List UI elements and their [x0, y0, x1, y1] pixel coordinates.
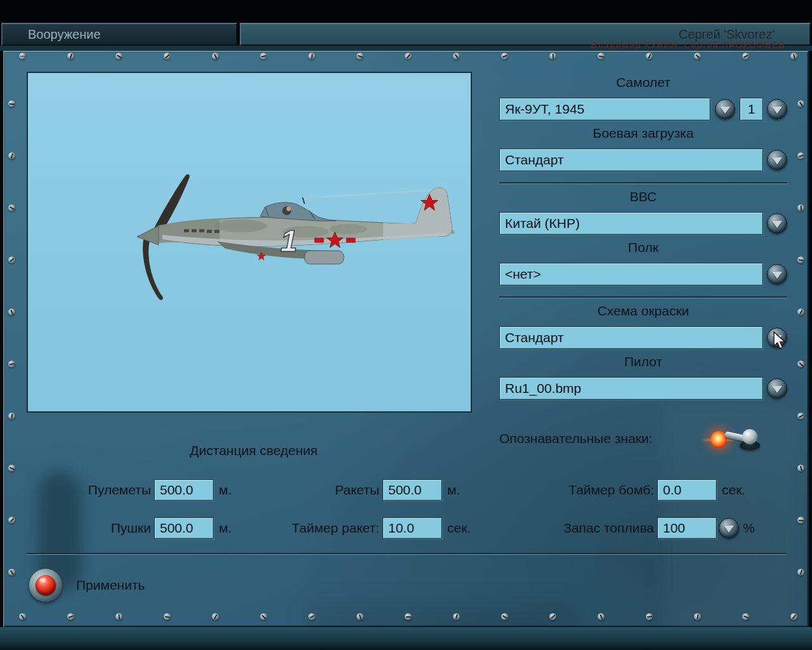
screw-icon	[405, 613, 412, 620]
screw-icon	[8, 465, 15, 472]
screw-icon	[790, 613, 797, 620]
screw-icon	[790, 53, 797, 60]
chevron-down-icon	[724, 526, 734, 533]
fuel-input[interactable]	[657, 517, 717, 539]
screw-icon	[260, 53, 267, 60]
screw-icon	[453, 613, 460, 620]
chevron-down-icon	[772, 386, 782, 393]
rocket-timer-unit: сек.	[447, 521, 471, 536]
fuel-unit: %	[743, 521, 755, 536]
rocket-timer-label: Таймер ракет:	[266, 521, 379, 536]
divider	[499, 182, 787, 184]
aircraft-count-arrow-button[interactable]	[767, 99, 787, 119]
screw-icon	[797, 204, 804, 211]
screw-icon	[8, 308, 15, 315]
cannons-input[interactable]	[154, 517, 214, 539]
screw-icon	[8, 413, 15, 420]
screen: Вооружение Сергей 'Skvorez' Владимир КУН…	[0, 0, 812, 650]
regiment-dropdown[interactable]: <нет>	[499, 263, 763, 286]
screw-icon	[212, 613, 219, 620]
screw-icon	[598, 53, 605, 60]
pilot-dropdown-arrow-button[interactable]	[767, 378, 787, 399]
rocket-timer-input[interactable]	[383, 517, 442, 539]
airforce-label: ВВС	[499, 189, 787, 204]
screw-icon	[115, 53, 122, 60]
aircraft-count-field[interactable]: 1	[740, 98, 763, 121]
pilot-skin-dropdown[interactable]: Ru1_00.bmp	[499, 377, 763, 400]
red-button-icon	[36, 575, 56, 595]
machineguns-unit: м.	[219, 482, 232, 498]
screw-icon	[8, 204, 15, 211]
paint-scheme-dropdown[interactable]: Стандарт	[499, 326, 763, 349]
screw-icon	[212, 53, 219, 60]
chevron-down-icon	[772, 107, 782, 114]
screw-icon	[405, 53, 412, 60]
regiment-label: Полк	[499, 240, 787, 255]
screw-icon	[797, 413, 804, 420]
regiment-dropdown-arrow-button[interactable]	[767, 264, 787, 284]
pilot-label: Пилот	[499, 354, 787, 369]
rockets-input[interactable]	[383, 479, 442, 501]
tab-armament: Вооружение	[1, 23, 237, 46]
screw-icon	[164, 53, 171, 60]
apply-label: Применить	[76, 578, 145, 593]
machineguns-input[interactable]	[154, 479, 214, 501]
screw-icon	[453, 53, 460, 60]
screw-icon	[742, 613, 749, 620]
paint-scheme-dropdown-arrow-button[interactable]	[767, 328, 787, 348]
screw-icon	[115, 613, 122, 620]
bottom-strip	[0, 627, 812, 650]
screw-icon	[357, 53, 363, 60]
loadout-dropdown-arrow-button[interactable]	[767, 150, 787, 170]
screw-icon	[598, 613, 605, 620]
cannons-label: Пушки	[57, 521, 151, 536]
markings-toggle-switch[interactable]	[708, 425, 766, 456]
screw-icon	[8, 256, 15, 263]
machineguns-label: Пулеметы	[57, 482, 151, 498]
paint-scheme-label: Схема окраски	[499, 303, 787, 319]
screw-icon	[8, 152, 15, 159]
bomb-timer-unit: сек.	[722, 482, 745, 498]
screw-icon	[67, 613, 74, 620]
screw-icon	[260, 613, 267, 620]
apply-button[interactable]	[29, 569, 62, 602]
background-watermark-text: Владимир КУНИН, Сергей ПРОКОФЬЕВ	[591, 40, 785, 50]
aircraft-dropdown-arrow-button[interactable]	[715, 99, 735, 119]
aircraft-dropdown[interactable]: Як-9УТ, 1945	[499, 98, 710, 121]
screw-icon	[164, 613, 171, 620]
screw-icon	[308, 53, 315, 60]
screw-icon	[797, 465, 804, 472]
chevron-down-icon	[772, 221, 782, 228]
screw-icon	[797, 569, 804, 576]
chevron-down-icon	[720, 107, 730, 114]
bomb-timer-input[interactable]	[657, 479, 717, 501]
aircraft-illustration: 1	[28, 73, 473, 414]
screw-icon	[797, 517, 804, 524]
screw-icon	[308, 613, 315, 620]
aircraft-number: 1	[280, 224, 298, 258]
top-bar: Вооружение Сергей 'Skvorez'	[0, 0, 812, 46]
chevron-down-icon	[772, 272, 782, 279]
screw-icon	[742, 53, 749, 60]
screen-title: Вооружение	[28, 27, 101, 42]
fuel-down-arrow-button[interactable]	[719, 518, 739, 538]
markings-label: Опознавательные знаки:	[499, 431, 653, 446]
screw-icon	[549, 53, 556, 60]
screw-icon	[797, 361, 804, 368]
screw-icon	[67, 53, 74, 60]
screw-icon	[8, 100, 15, 107]
screw-icon	[8, 361, 15, 368]
airforce-dropdown-arrow-button[interactable]	[767, 213, 787, 234]
screw-icon	[694, 613, 701, 620]
screw-icon	[8, 517, 15, 524]
screw-icon	[8, 569, 15, 576]
screw-icon	[357, 613, 363, 620]
loadout-dropdown[interactable]: Стандарт	[499, 149, 763, 171]
divider	[27, 553, 787, 555]
screw-icon	[694, 53, 701, 60]
convergence-title: Дистанция сведения	[127, 443, 381, 458]
airforce-dropdown[interactable]: Китай (КНР)	[499, 212, 763, 235]
cannons-unit: м.	[219, 521, 232, 536]
fuel-label: Запас топлива	[520, 521, 654, 536]
screw-icon	[501, 53, 508, 60]
